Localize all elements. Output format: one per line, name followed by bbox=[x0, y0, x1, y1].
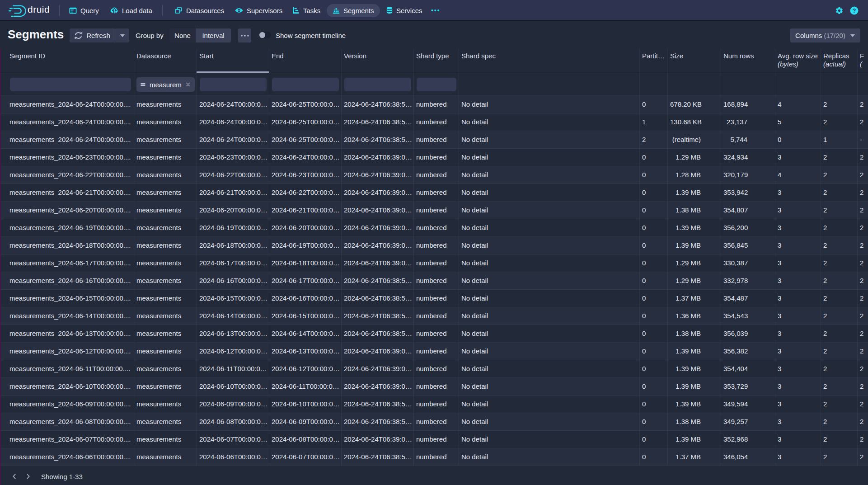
svg-text:?: ? bbox=[853, 8, 856, 14]
